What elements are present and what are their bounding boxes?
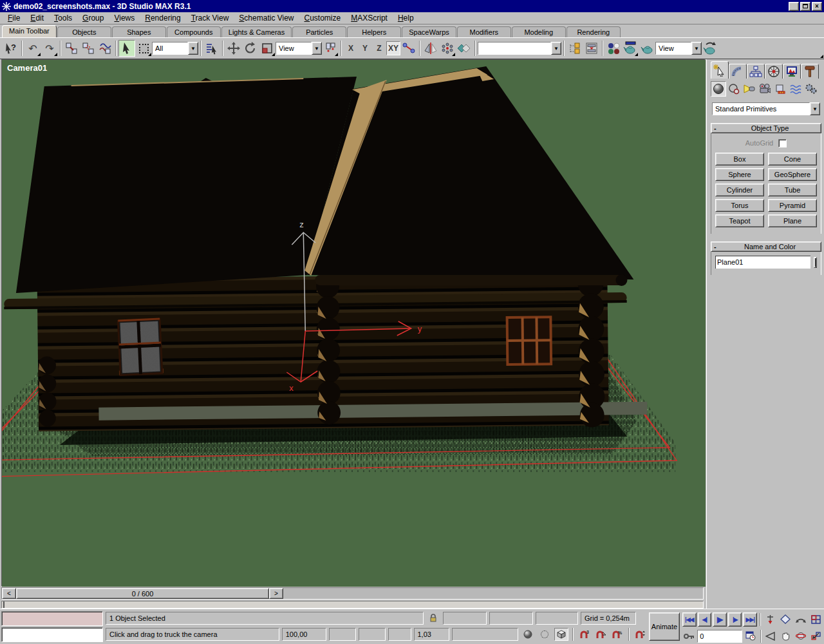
dolly-camera-button[interactable]: [763, 612, 777, 627]
degradation-override-button[interactable]: [521, 628, 535, 641]
zoom-extents-all-button[interactable]: [779, 612, 792, 627]
quick-render-button[interactable]: [702, 40, 718, 57]
select-and-link-button[interactable]: [63, 40, 80, 57]
crossing-selection-button[interactable]: [554, 628, 568, 641]
go-to-end-button[interactable]: ▶▶|: [743, 612, 757, 627]
autogrid-checkbox[interactable]: [778, 139, 787, 147]
select-by-name-button[interactable]: [203, 40, 220, 57]
menu-tools[interactable]: Tools: [49, 12, 77, 24]
toolbar-tab-compounds[interactable]: Compounds: [167, 26, 221, 37]
menu-group[interactable]: Group: [77, 12, 109, 24]
toolbar-tab-main-toolbar[interactable]: Main Toolbar: [2, 25, 57, 37]
create-pyramid-button[interactable]: Pyramid: [768, 199, 817, 212]
render-type-dropdown[interactable]: View ▼: [655, 42, 702, 55]
maxscript-listener-input[interactable]: [1, 627, 103, 642]
menu-maxscript[interactable]: MAXScript: [346, 12, 393, 24]
angle-snap-button[interactable]: [594, 628, 608, 641]
select-and-manipulate-button[interactable]: [400, 40, 417, 57]
toolbar-tab-lights-cameras[interactable]: Lights & Cameras: [221, 26, 292, 37]
dropdown-arrow-icon[interactable]: ▼: [188, 42, 198, 55]
tab-modify[interactable]: [729, 64, 747, 79]
select-region-button[interactable]: [135, 40, 152, 57]
create-teapot-button[interactable]: Teapot: [715, 214, 764, 227]
restrict-z-button[interactable]: Z: [372, 41, 386, 55]
dropdown-arrow-icon[interactable]: ▼: [810, 102, 820, 115]
menu-track-view[interactable]: Track View: [186, 12, 234, 24]
tab-motion[interactable]: [765, 64, 783, 79]
time-slider-prev-button[interactable]: <: [2, 588, 16, 599]
create-torus-button[interactable]: Torus: [715, 199, 764, 212]
track-bar[interactable]: [1, 601, 704, 609]
previous-frame-button[interactable]: ◀|: [698, 612, 712, 627]
play-button[interactable]: ▶: [713, 612, 727, 627]
reference-coordsys-dropdown[interactable]: View ▼: [276, 42, 322, 55]
align-button[interactable]: [456, 40, 473, 57]
object-color-swatch[interactable]: [814, 257, 817, 268]
mirror-button[interactable]: [422, 40, 439, 57]
select-and-move-button[interactable]: [225, 40, 242, 57]
dropdown-arrow-icon[interactable]: ▼: [551, 42, 561, 55]
scale-value-field[interactable]: 1,03: [414, 628, 450, 641]
min-max-toggle-button[interactable]: [809, 629, 823, 643]
create-sphere-button[interactable]: Sphere: [715, 168, 764, 181]
array-button[interactable]: [439, 40, 456, 57]
undo-button[interactable]: ↶: [24, 40, 41, 57]
min-max-viewport-toggle-button[interactable]: [809, 612, 823, 627]
menu-customize[interactable]: Customize: [299, 12, 346, 24]
restrict-y-button[interactable]: Y: [358, 41, 372, 55]
tab-create[interactable]: [711, 61, 729, 79]
menu-schematic-view[interactable]: Schematic View: [234, 12, 299, 24]
time-slider-next-button[interactable]: >: [269, 588, 283, 599]
toolbar-tab-helpers[interactable]: Helpers: [347, 26, 401, 37]
select-object-button[interactable]: [118, 40, 135, 57]
category-geometry-button[interactable]: [711, 81, 726, 97]
time-configuration-button[interactable]: [744, 629, 757, 643]
truck-camera-button[interactable]: [779, 629, 792, 643]
tab-utilities[interactable]: [801, 64, 819, 79]
open-track-view-button[interactable]: [566, 40, 583, 57]
selection-lock-toggle[interactable]: [426, 612, 440, 625]
current-frame-input[interactable]: [697, 630, 742, 643]
next-frame-button[interactable]: |▶: [728, 612, 742, 627]
go-to-start-button[interactable]: |◀◀: [682, 612, 697, 627]
create-cylinder-button[interactable]: Cylinder: [715, 184, 764, 196]
time-slider-thumb[interactable]: 0 / 600: [16, 588, 269, 599]
animate-button[interactable]: Animate: [649, 612, 680, 641]
primitive-category-dropdown[interactable]: Standard Primitives ▼: [712, 102, 820, 115]
category-lights-button[interactable]: [742, 81, 757, 97]
coord-z-field[interactable]: [359, 628, 386, 641]
select-and-rotate-button[interactable]: [242, 40, 259, 57]
bind-to-spacewarp-button[interactable]: [97, 40, 113, 57]
coord-y-field[interactable]: [329, 628, 356, 641]
tab-display[interactable]: [783, 64, 801, 79]
coord-x-field[interactable]: 100,00: [282, 628, 327, 641]
selection-filter-dropdown[interactable]: All ▼: [152, 42, 198, 55]
dropdown-arrow-icon[interactable]: ▼: [312, 42, 322, 55]
camera-viewport[interactable]: z y x Camera01: [1, 59, 705, 586]
toolbar-tab-shapes[interactable]: Shapes: [112, 26, 166, 37]
category-spacewarps-button[interactable]: [788, 81, 803, 97]
dropdown-arrow-icon[interactable]: ▼: [691, 42, 702, 55]
close-button[interactable]: ×: [812, 2, 822, 11]
category-helpers-button[interactable]: [772, 81, 788, 97]
toolbar-tab-particles[interactable]: Particles: [292, 26, 346, 37]
category-cameras-button[interactable]: [757, 81, 772, 97]
tab-hierarchy[interactable]: [747, 64, 765, 79]
open-schematic-view-button[interactable]: [583, 40, 600, 57]
render-scene-button[interactable]: [622, 40, 639, 57]
create-plane-button[interactable]: Plane: [768, 214, 817, 227]
object-name-input[interactable]: [715, 256, 810, 269]
toolbar-tab-objects[interactable]: Objects: [57, 26, 111, 37]
toolbar-tab-spacewarps[interactable]: SpaceWarps: [402, 26, 456, 37]
restore-button[interactable]: [800, 2, 810, 11]
create-box-button[interactable]: Box: [715, 153, 764, 166]
menu-edit[interactable]: Edit: [25, 12, 49, 24]
render-last-button[interactable]: [639, 40, 655, 57]
redo-button[interactable]: ↷: [41, 40, 58, 57]
create-tube-button[interactable]: Tube: [768, 184, 817, 196]
maxscript-listener-output[interactable]: [1, 611, 103, 626]
material-editor-button[interactable]: [605, 40, 622, 57]
name-color-rollout-header[interactable]: - Name and Color: [711, 242, 821, 252]
use-pivot-center-button[interactable]: [322, 40, 339, 57]
restrict-x-button[interactable]: X: [344, 41, 358, 55]
